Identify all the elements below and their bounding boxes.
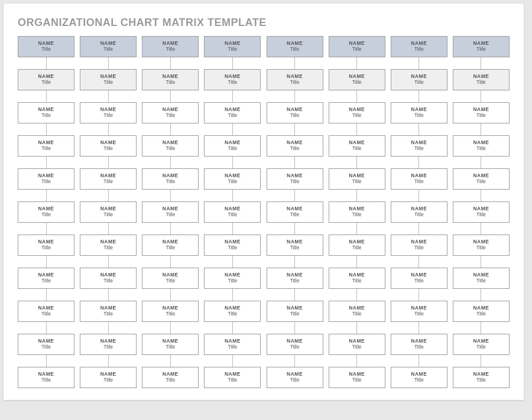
connector-line: [232, 123, 233, 135]
org-cell: NAMETitle: [453, 235, 510, 256]
cell-title: Title: [228, 377, 238, 383]
cell-title: Title: [476, 344, 486, 350]
connector-line: [170, 256, 171, 268]
cell-title: Title: [290, 278, 300, 284]
cell-title: Title: [41, 212, 51, 218]
org-cell: NAMETitle: [142, 301, 199, 322]
org-cell: NAMETitle: [18, 135, 74, 157]
connector-line: [170, 190, 171, 201]
org-column: NAMETitleNAMETitleNAMETitleNAMETitleNAME…: [142, 36, 199, 388]
org-cell: NAMETitle: [267, 36, 323, 57]
org-cell: NAMETitle: [453, 268, 510, 289]
org-cell: NAMETitle: [453, 135, 510, 157]
org-cell: NAMETitle: [204, 367, 261, 388]
connector-line: [108, 190, 109, 201]
connector-line: [108, 322, 109, 334]
cell-title: Title: [476, 80, 486, 86]
org-cell: NAMETitle: [18, 301, 74, 322]
org-cell: NAMETitle: [18, 102, 74, 123]
cell-title: Title: [228, 179, 238, 185]
connector-line: [108, 123, 109, 135]
org-cell: NAMETitle: [204, 334, 261, 355]
cell-title: Title: [166, 245, 175, 251]
cell-title: Title: [290, 311, 300, 317]
org-cell: NAMETitle: [329, 334, 385, 355]
cell-title: Title: [352, 80, 362, 86]
connector-line: [170, 90, 171, 102]
connector-line: [294, 223, 295, 235]
org-cell: NAMETitle: [80, 168, 137, 190]
connector-line: [419, 355, 419, 367]
cell-title: Title: [166, 377, 175, 383]
document-page: ORGANIZATIONAL CHART MATRIX TEMPLATE NAM…: [4, 4, 524, 400]
org-cell: NAMETitle: [142, 201, 199, 223]
org-cell: NAMETitle: [391, 168, 447, 190]
org-cell: NAMETitle: [142, 135, 199, 157]
cell-title: Title: [103, 146, 113, 152]
cell-title: Title: [414, 212, 424, 218]
cell-title: Title: [228, 245, 238, 251]
cell-title: Title: [414, 344, 424, 350]
connector-line: [481, 355, 481, 367]
org-cell: NAMETitle: [453, 334, 510, 355]
cell-title: Title: [41, 278, 51, 284]
connector-line: [46, 157, 47, 168]
org-cell: NAMETitle: [453, 201, 510, 223]
cell-title: Title: [103, 80, 113, 86]
cell-title: Title: [103, 113, 113, 119]
cell-title: Title: [228, 311, 238, 317]
cell-title: Title: [166, 212, 175, 218]
connector-line: [481, 90, 481, 102]
cell-title: Title: [166, 80, 175, 86]
org-cell: NAMETitle: [329, 268, 385, 289]
org-cell: NAMETitle: [18, 201, 74, 223]
org-cell: NAMETitle: [391, 135, 447, 157]
org-cell: NAMETitle: [18, 334, 74, 355]
connector-line: [419, 223, 419, 235]
connector-line: [46, 256, 47, 268]
cell-title: Title: [41, 344, 51, 350]
org-column: NAMETitleNAMETitleNAMETitleNAMETitleNAME…: [391, 36, 447, 388]
connector-line: [356, 256, 357, 268]
cell-title: Title: [414, 146, 424, 152]
connector-line: [232, 322, 233, 334]
cell-title: Title: [103, 245, 113, 251]
org-cell: NAMETitle: [329, 168, 385, 190]
connector-line: [232, 90, 233, 102]
connector-line: [419, 256, 419, 268]
cell-title: Title: [166, 311, 175, 317]
cell-title: Title: [414, 377, 424, 383]
cell-title: Title: [228, 212, 238, 218]
connector-line: [481, 157, 481, 168]
connector-line: [294, 190, 295, 201]
org-cell: NAMETitle: [142, 102, 199, 123]
cell-title: Title: [290, 179, 300, 185]
org-cell: NAMETitle: [142, 168, 199, 190]
cell-title: Title: [41, 311, 51, 317]
connector-line: [294, 322, 295, 334]
cell-title: Title: [290, 377, 300, 383]
cell-title: Title: [166, 146, 175, 152]
org-cell: NAMETitle: [80, 69, 137, 90]
org-cell: NAMETitle: [391, 301, 447, 322]
cell-title: Title: [41, 245, 51, 251]
connector-line: [46, 355, 47, 367]
cell-title: Title: [476, 311, 486, 317]
org-cell: NAMETitle: [267, 301, 323, 322]
connector-line: [108, 256, 109, 268]
connector-line: [294, 123, 295, 135]
org-cell: NAMETitle: [267, 102, 323, 123]
cell-title: Title: [166, 47, 175, 53]
cell-title: Title: [476, 146, 486, 152]
cell-title: Title: [103, 47, 113, 53]
org-cell: NAMETitle: [80, 367, 137, 388]
connector-line: [170, 223, 171, 235]
cell-title: Title: [290, 212, 300, 218]
org-cell: NAMETitle: [453, 301, 510, 322]
page-heading: ORGANIZATIONAL CHART MATRIX TEMPLATE: [18, 17, 510, 29]
cell-title: Title: [228, 80, 238, 86]
org-cell: NAMETitle: [329, 301, 385, 322]
cell-title: Title: [103, 377, 113, 383]
org-cell: NAMETitle: [204, 135, 261, 157]
connector-line: [232, 355, 233, 367]
